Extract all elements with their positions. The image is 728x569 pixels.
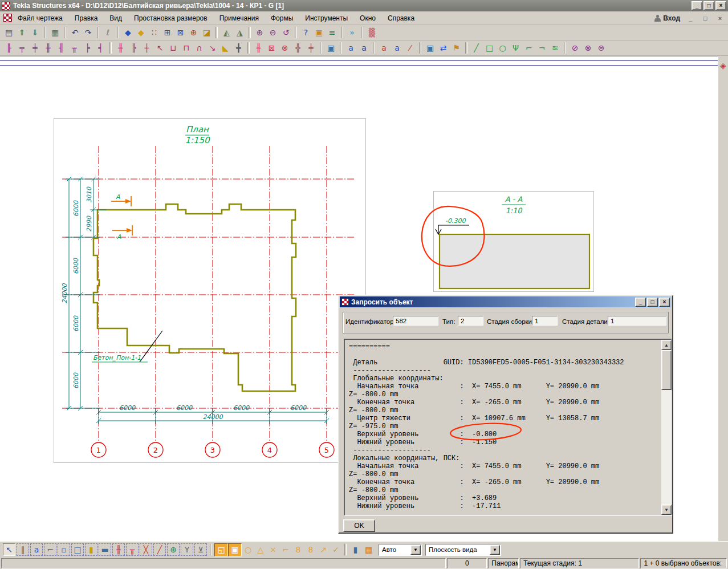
dim-style-icon[interactable]: ▣ <box>324 42 337 54</box>
dim-stack-icon[interactable]: ╞ <box>81 42 94 54</box>
auto-select-dropdown[interactable]: Авто▼ <box>379 544 422 556</box>
erase-symbol-icon[interactable]: ⊜ <box>595 42 608 54</box>
menu-item-7[interactable]: Инструменты <box>304 13 349 23</box>
dim-chain-icon[interactable]: ╡ <box>94 42 107 54</box>
title-bar[interactable]: Tekla Structures x64 - D:\D12\D12\Балтий… <box>0 0 728 11</box>
redo-icon[interactable]: ↷ <box>82 26 95 39</box>
login-button[interactable]: Вход <box>654 14 680 22</box>
symbol-icon[interactable]: ▣ <box>424 42 437 54</box>
grid-dims-delete-icon[interactable]: ⊗ <box>278 42 291 54</box>
select-pointer-icon[interactable]: ↖ <box>3 543 15 556</box>
snap-ortho-icon[interactable]: ↗ <box>317 544 330 556</box>
select-polyline-icon[interactable]: ⌐ <box>44 543 56 556</box>
restore-button[interactable]: □ <box>703 1 714 10</box>
pan-window-icon[interactable]: ⊠ <box>174 26 187 39</box>
select-cut-icon[interactable]: ⊻ <box>194 543 207 556</box>
select-filled-icon[interactable]: ▫ <box>58 543 70 556</box>
scroll-up-button[interactable]: ▲ <box>661 340 672 350</box>
open-drawing-icon[interactable]: ⇑ <box>15 26 29 39</box>
draw-line-icon[interactable]: ╱ <box>470 42 483 54</box>
print-icon[interactable]: ▦ <box>48 26 62 39</box>
snap-override-icon[interactable]: ✓ <box>330 544 342 556</box>
add-dim-y-icon[interactable]: ╠ <box>127 42 140 54</box>
screenshot-tool-icon[interactable]: ◈ <box>717 59 728 72</box>
add-dim-radius-icon[interactable]: ↘ <box>206 42 219 54</box>
menu-item-4[interactable]: Простановка размеров <box>133 13 209 23</box>
identifier-field[interactable]: 582 <box>393 316 438 326</box>
more-commands-icon[interactable]: » <box>345 26 359 39</box>
angle-dim-icon[interactable]: ◣ <box>219 42 232 54</box>
snap-nearest-icon[interactable]: ○ <box>242 544 254 556</box>
snap-perpendicular-icon[interactable]: ⌐ <box>279 544 292 556</box>
zoom-out-icon[interactable]: ⊖ <box>266 26 279 39</box>
dim-free-icon[interactable]: ╪ <box>29 42 42 54</box>
draw-cloud-icon[interactable]: ≋ <box>548 42 562 54</box>
draw-circle-icon[interactable]: ○ <box>496 42 509 54</box>
highlight-note-icon[interactable]: ⚑ <box>450 42 463 54</box>
bolt-mark-icon[interactable]: ◆ <box>135 26 148 39</box>
mdi-restore-button[interactable]: □ <box>701 15 710 22</box>
select-frame-icon[interactable]: □ <box>71 543 84 556</box>
inquiry-report-panel[interactable]: ========== Деталь GUID: ID5390FED5-0005-… <box>344 339 672 516</box>
add-dim-point-icon[interactable]: ┼ <box>140 42 153 54</box>
undo-icon[interactable]: ↶ <box>68 26 82 39</box>
neighbor-parts-icon[interactable]: ∷ <box>148 26 161 39</box>
chevron-down-icon[interactable]: ▼ <box>410 545 421 555</box>
chevron-down-icon[interactable]: ▼ <box>490 545 500 555</box>
menu-item-2[interactable]: Правка <box>74 13 99 23</box>
edit-text-icon[interactable]: ⁄ <box>404 42 417 54</box>
part-phase-field[interactable]: 1 <box>608 316 666 326</box>
save-drawing-icon[interactable]: ⇓ <box>29 26 42 39</box>
draw-polygon-icon[interactable]: ⌐ <box>522 42 535 54</box>
dim-perpendicular-icon[interactable]: ╫ <box>42 42 55 54</box>
menu-item-9[interactable]: Справка <box>387 13 416 23</box>
dim-base-icon[interactable]: ╥ <box>68 42 81 54</box>
open-model-icon[interactable]: ▣ <box>312 26 326 39</box>
part-mark-icon[interactable]: ◆ <box>121 26 135 39</box>
erase-dim-icon[interactable]: ⊘ <box>568 42 581 54</box>
fit-window-icon[interactable]: ⊞ <box>161 26 174 39</box>
link-note-icon[interactable]: ⇄ <box>437 42 450 54</box>
dim-horizontal-icon[interactable]: ╤ <box>15 42 29 54</box>
add-dim-n-icon[interactable]: ⊓ <box>180 42 193 54</box>
dialog-maximize-button[interactable]: □ <box>647 298 658 307</box>
grid-dims-combine-icon[interactable]: ╪ <box>304 42 318 54</box>
text-along-line-icon[interactable]: a <box>391 42 404 54</box>
grid-dim-icon[interactable]: ╋ <box>232 42 245 54</box>
snap-reference-icon[interactable]: ◱ <box>214 543 228 556</box>
tekla-palette-icon[interactable]: ▒ <box>365 26 379 39</box>
select-grid-icon[interactable]: ╳ <box>140 543 152 556</box>
grid-dims-add-icon[interactable]: ╬ <box>291 42 304 54</box>
snap-geometry-icon[interactable]: ▣ <box>228 543 242 556</box>
select-view-icon[interactable]: ▬ <box>99 543 111 556</box>
minimize-button[interactable]: _ <box>692 1 702 10</box>
scroll-down-button[interactable]: ▼ <box>661 505 672 515</box>
select-weld-icon[interactable]: Y <box>181 543 193 556</box>
erase-text-icon[interactable]: ⊗ <box>581 42 595 54</box>
reports-icon[interactable]: ≡ <box>326 26 339 39</box>
workarea-icon[interactable]: ▦ <box>362 543 375 556</box>
scrollbar-thumb[interactable] <box>661 350 672 390</box>
dialog-close-button[interactable]: × <box>659 298 670 307</box>
draw-polyline-icon[interactable]: Ψ <box>509 42 522 54</box>
select-text-icon[interactable]: a <box>30 543 43 556</box>
draw-rect-icon[interactable]: □ <box>483 42 496 54</box>
zoom-original-icon[interactable]: ↺ <box>279 26 292 39</box>
plan-view[interactable]: 6000600060006000240003010299060006000600… <box>54 118 366 463</box>
ok-button[interactable]: OK <box>343 519 375 532</box>
select-hatch-icon[interactable]: ∥ <box>17 543 29 556</box>
type-field[interactable]: 2 <box>458 316 483 326</box>
dim-vertical-icon[interactable]: ╟ <box>2 42 15 54</box>
add-dim-pick-icon[interactable]: ↖ <box>153 42 166 54</box>
view-plane-dropdown[interactable]: Плоскость вида▼ <box>425 544 501 556</box>
mdi-minimize-button[interactable]: _ <box>686 15 695 22</box>
menu-item-1[interactable]: Файл чертежа <box>17 13 64 23</box>
draw-shape-icon[interactable]: ¬ <box>535 42 548 54</box>
center-by-cursor-icon[interactable]: ⊕ <box>187 26 200 39</box>
new-drawing-icon[interactable]: ▤ <box>2 26 15 39</box>
select-gridline-icon[interactable]: ╱ <box>153 543 166 556</box>
select-dim-icon[interactable]: ╫ <box>112 543 125 556</box>
view-properties-icon[interactable]: ▮ <box>349 543 362 556</box>
update-up-icon[interactable]: ◭ <box>220 26 233 39</box>
close-button[interactable]: × <box>715 1 726 10</box>
